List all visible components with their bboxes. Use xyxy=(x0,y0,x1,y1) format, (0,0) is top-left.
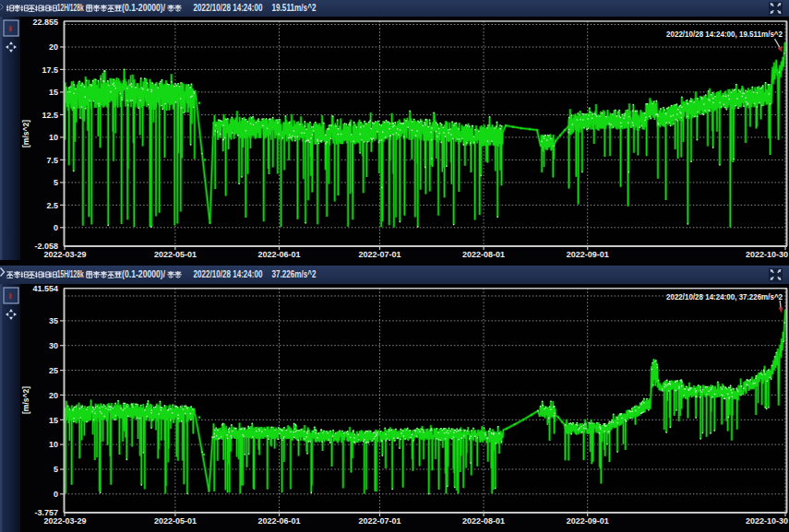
svg-text:5: 5 xyxy=(54,465,58,474)
svg-text:20: 20 xyxy=(49,391,58,400)
svg-text:2022-07-01: 2022-07-01 xyxy=(358,516,400,526)
svg-text:22.855: 22.855 xyxy=(32,18,58,27)
svg-text:12H/128k: 12H/128k xyxy=(57,3,84,13)
svg-text:25: 25 xyxy=(49,366,58,375)
svg-text:20: 20 xyxy=(49,42,58,52)
svg-text:2022/10/28 14:24:00, 19.511m/s: 2022/10/28 14:24:00, 19.511m/s^2 xyxy=(666,30,783,39)
svg-text:2022-10-30: 2022-10-30 xyxy=(746,250,788,259)
svg-text:[m/s^2]: [m/s^2] xyxy=(21,120,30,148)
svg-text:30: 30 xyxy=(49,341,58,350)
svg-text:2022/10/28 14:24:00: 2022/10/28 14:24:00 xyxy=(194,3,263,13)
svg-text:12.5: 12.5 xyxy=(42,111,58,120)
svg-text:2022-03-29: 2022-03-29 xyxy=(43,250,86,259)
svg-text:2022-09-01: 2022-09-01 xyxy=(567,516,609,526)
svg-text:[m/s^2]: [m/s^2] xyxy=(21,386,30,414)
svg-text:2022-06-01: 2022-06-01 xyxy=(257,516,300,526)
svg-text:2022-08-01: 2022-08-01 xyxy=(462,516,505,526)
svg-text:2022/10/28 14:24:00: 2022/10/28 14:24:00 xyxy=(194,269,263,279)
svg-text:7.5: 7.5 xyxy=(46,156,58,165)
svg-text:41.554: 41.554 xyxy=(32,284,58,293)
svg-text:2022-05-01: 2022-05-01 xyxy=(154,250,197,259)
svg-text:15: 15 xyxy=(49,88,58,97)
svg-text:2022-03-29: 2022-03-29 xyxy=(43,516,86,526)
svg-text:(0.1-20000)/: (0.1-20000)/ xyxy=(122,269,165,279)
svg-text:2022-09-01: 2022-09-01 xyxy=(567,250,609,259)
svg-text:2022-07-01: 2022-07-01 xyxy=(358,250,400,259)
svg-text:2.5: 2.5 xyxy=(46,201,58,210)
svg-text:2022/10/28 14:24:00, 37.226m/s: 2022/10/28 14:24:00, 37.226m/s^2 xyxy=(666,292,783,301)
svg-text:2022-05-01: 2022-05-01 xyxy=(154,516,197,526)
svg-text:2022-08-01: 2022-08-01 xyxy=(462,250,505,259)
svg-text:2022-10-30: 2022-10-30 xyxy=(746,516,788,526)
svg-text:15: 15 xyxy=(49,416,58,425)
svg-text:0: 0 xyxy=(54,490,58,499)
svg-text:15H/128k: 15H/128k xyxy=(57,269,84,279)
svg-text:19.511m/s^2: 19.511m/s^2 xyxy=(272,3,317,13)
svg-text:2022-06-01: 2022-06-01 xyxy=(257,250,300,259)
svg-text:(0.1-20000)/: (0.1-20000)/ xyxy=(122,3,165,13)
svg-text:10: 10 xyxy=(49,440,58,449)
svg-text:5: 5 xyxy=(54,178,58,187)
svg-text:10: 10 xyxy=(49,133,58,142)
svg-text:37.226m/s^2: 37.226m/s^2 xyxy=(272,269,317,279)
svg-text:0: 0 xyxy=(54,223,58,232)
svg-text:35: 35 xyxy=(49,316,58,325)
svg-text:17.5: 17.5 xyxy=(42,65,58,75)
